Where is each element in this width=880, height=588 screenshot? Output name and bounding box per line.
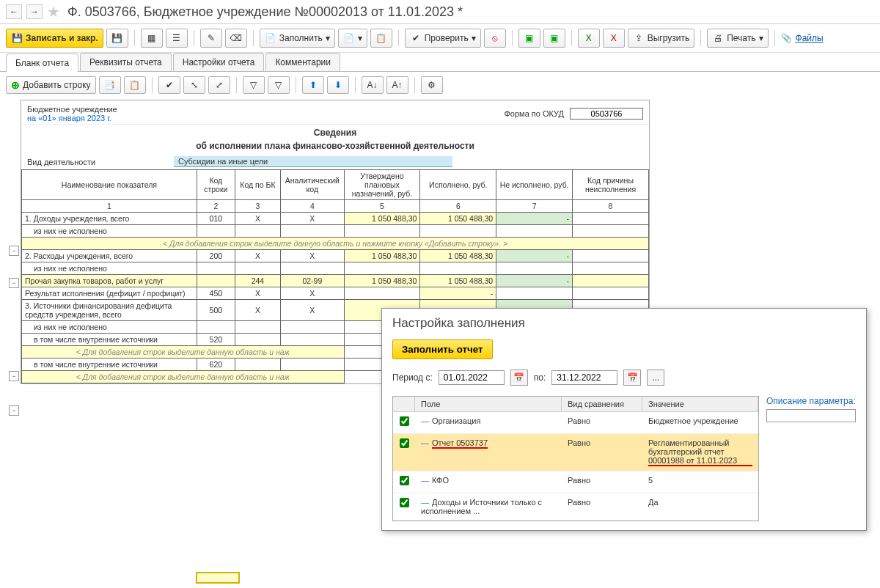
activity-value[interactable]: Субсидии на иные цели (174, 156, 452, 167)
param-value: Да (642, 496, 758, 508)
period-to-input[interactable] (551, 370, 617, 385)
table-row[interactable]: Прочая закупка товаров, работ и услуг244… (22, 275, 649, 287)
down-button[interactable]: ⬇ (327, 76, 349, 94)
fill-alt-button[interactable]: 📋 (370, 29, 392, 48)
param-checkbox[interactable] (400, 416, 409, 426)
param-checkbox[interactable] (400, 476, 409, 485)
form1-button[interactable]: ▣ (518, 29, 540, 48)
org-date: на «01» января 2023 г. (27, 114, 117, 122)
table-row[interactable]: < Для добавления строк выделите данную о… (22, 238, 649, 250)
save-button[interactable]: 💾 (106, 29, 128, 48)
collapse-button[interactable]: ⤢ (208, 76, 230, 94)
edit-button[interactable]: ✎ (200, 29, 222, 48)
col-header: Наименование показателя (22, 170, 197, 200)
funnel-x-icon: ▽ (273, 79, 285, 91)
filter1-button[interactable]: ▽ (243, 76, 265, 94)
col-header: Код по БК (235, 170, 280, 200)
col-header: Код строки (197, 170, 235, 200)
expand-button[interactable]: ⤡ (183, 76, 205, 94)
col-header: Утверждено плановых назначений, руб. (344, 170, 420, 200)
tree-toggle[interactable]: − (9, 371, 19, 381)
tab-requisites[interactable]: Реквизиты отчета (80, 53, 172, 71)
star-icon[interactable]: ★ (47, 3, 60, 21)
add-row-button[interactable]: ⊕Добавить строку (6, 76, 96, 94)
table-row[interactable]: 1. Доходы учреждения, всего010XX1 050 48… (22, 213, 649, 225)
plus-icon: ⊕ (11, 79, 20, 91)
tree-toggle[interactable]: − (9, 405, 19, 416)
param-row[interactable]: —КФОРавно5 (393, 471, 758, 493)
tree-toggle[interactable]: − (9, 278, 19, 288)
param-compare: Равно (562, 474, 642, 486)
param-desc-input[interactable] (766, 409, 856, 422)
param-checkbox[interactable] (400, 438, 409, 448)
col-header: Аналитический код (281, 170, 344, 200)
printer-icon: 🖨 (712, 32, 724, 44)
param-field: —КФО (415, 474, 562, 486)
eraser-button[interactable]: ⌫ (225, 29, 247, 48)
clip-icon[interactable]: 📎 (781, 32, 793, 44)
param-row[interactable]: —Доходы и Источники только с исполнением… (393, 493, 758, 521)
funnel-icon: ▽ (248, 79, 260, 91)
save-icon: 💾 (11, 32, 23, 44)
table-row[interactable]: 2. Расходы учреждения, всего200XX1 050 4… (22, 250, 649, 262)
check-sub-button[interactable]: ✔ (158, 76, 180, 94)
col-num: 3 (235, 200, 280, 213)
col-compare: Вид сравнения (562, 397, 642, 411)
tree-toggle[interactable]: − (9, 246, 19, 256)
calendar-to-button[interactable]: 📅 (623, 370, 641, 386)
param-row[interactable]: —Отчет 0503737РавноРегламентированный бу… (393, 434, 758, 471)
paste-button[interactable]: 📋 (124, 76, 146, 94)
org-name: Бюджетное учреждение (27, 105, 117, 114)
fill-settings-dialog: Настройка заполнения Заполнить отчет Пер… (381, 308, 867, 531)
period-to-label: по: (534, 372, 546, 383)
export-button[interactable]: ⇪Выгрузить (628, 29, 695, 48)
sort-za-button[interactable]: A↑ (386, 76, 408, 94)
param-checkbox[interactable] (400, 498, 409, 507)
col-num: 7 (496, 200, 573, 213)
param-row[interactable]: —ОрганизацияРавноБюджетное учреждение (393, 412, 758, 434)
fill-button[interactable]: 📄Заполнить▾ (260, 29, 335, 48)
params-table: Поле Вид сравнения Значение —Организация… (392, 396, 759, 521)
table-row[interactable]: из них не исполнено (22, 262, 649, 275)
chevron-down-icon: ▾ (326, 33, 330, 43)
list-button[interactable]: ☰ (166, 29, 188, 48)
param-compare: Равно (562, 496, 642, 508)
print-button[interactable]: 🖨Печать▾ (707, 29, 768, 48)
form-code-label: Форма по ОКУД (505, 109, 565, 118)
up-button[interactable]: ⬆ (302, 76, 324, 94)
col-num: 2 (197, 200, 235, 213)
filter2-button[interactable]: ▽ (268, 76, 290, 94)
page-title: Ф. 0503766, Бюджетное учреждение №000020… (67, 4, 463, 20)
cancel-check-button[interactable]: ⦸ (484, 29, 506, 48)
excel-red-button[interactable]: X (603, 29, 625, 48)
nav-forward-button[interactable]: → (26, 4, 43, 19)
eraser-icon: ⌫ (230, 32, 242, 44)
col-header: Исполнено, руб. (420, 170, 496, 200)
fill-extra-button[interactable]: 📄▾ (338, 29, 367, 48)
period-picker-button[interactable]: ... (647, 370, 664, 386)
tab-blank[interactable]: Бланк отчета (6, 54, 78, 72)
copy-button[interactable]: 📑 (99, 76, 121, 94)
save-close-button[interactable]: 💾Записать и закр. (6, 29, 103, 48)
arrow-down-icon: ⬇ (332, 79, 344, 91)
period-from-input[interactable] (439, 370, 505, 385)
col-header: Код причины неисполнения (573, 170, 649, 200)
check-button[interactable]: ✔Проверить▾ (405, 29, 481, 48)
excel-button[interactable]: X (578, 29, 600, 48)
selected-cell[interactable] (196, 572, 240, 584)
form-code-input[interactable] (570, 108, 643, 120)
col-num: 1 (22, 200, 197, 213)
table-row[interactable]: Результат исполнения (дефицит / профицит… (22, 287, 649, 300)
sort-az-button[interactable]: A↓ (362, 76, 384, 94)
calendar-from-button[interactable]: 📅 (510, 370, 528, 386)
fill-report-button[interactable]: Заполнить отчет (392, 339, 493, 359)
files-link[interactable]: Файлы (796, 33, 824, 43)
tab-comments[interactable]: Комментарии (265, 53, 340, 71)
config-button[interactable]: ⚙ (421, 76, 443, 94)
tab-settings[interactable]: Настройки отчета (173, 53, 265, 71)
form2-button[interactable]: ▣ (543, 29, 565, 48)
dialog-title: Настройка заполнения (382, 309, 866, 335)
grid-button[interactable]: ▦ (141, 29, 163, 48)
nav-back-button[interactable]: ← (6, 4, 22, 19)
table-row[interactable]: из них не исполнено (22, 225, 649, 238)
